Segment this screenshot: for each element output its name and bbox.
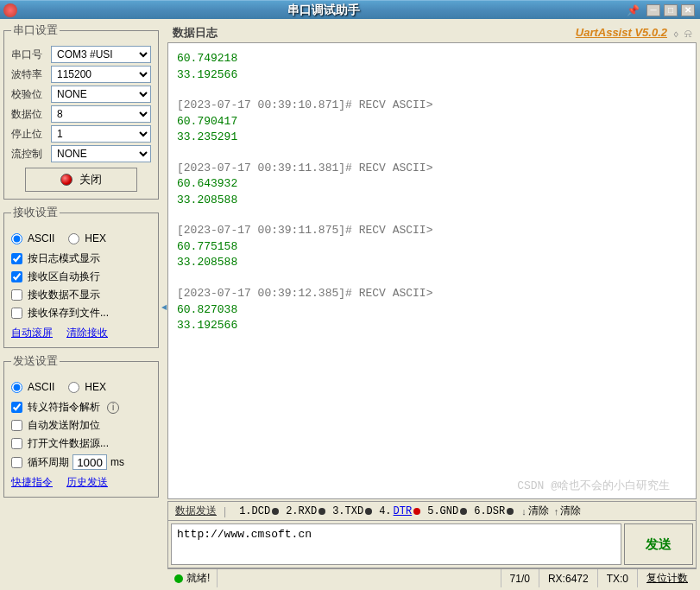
clear-recv-link[interactable]: 清除接收 <box>66 326 108 340</box>
log-timestamp: [2023-07-17 00:39:10.871]# RECV ASCII> <box>177 98 687 113</box>
parity-select[interactable]: NONE <box>51 86 151 103</box>
parity-label: 校验位 <box>11 87 47 102</box>
maximize-button[interactable]: □ <box>664 4 678 16</box>
log-value: 60.643932 <box>177 176 687 192</box>
signal-dot-icon <box>272 508 279 515</box>
brand-label[interactable]: UartAssist V5.0.2 <box>576 26 667 39</box>
send-button[interactable]: 发送 <box>624 523 693 565</box>
log-value: 33.208588 <box>177 193 687 208</box>
recv-hex-radio[interactable] <box>68 233 79 244</box>
baud-select[interactable]: 115200 <box>51 66 151 83</box>
diamond-icon[interactable]: ⬨ <box>672 26 679 40</box>
autoscroll-link[interactable]: 自动滚屏 <box>11 326 53 340</box>
history-link[interactable]: 历史发送 <box>66 475 108 490</box>
log-value: 33.192566 <box>177 318 687 333</box>
log-value: 33.235291 <box>177 130 687 145</box>
databits-label: 数据位 <box>11 107 47 122</box>
watermark: CSDN @啥也不会的小白研究生 <box>517 478 670 493</box>
log-timestamp: [2023-07-17 00:39:12.385]# RECV ASCII> <box>177 286 687 301</box>
minimize-button[interactable]: ─ <box>646 4 660 16</box>
log-timestamp: [2023-07-17 00:39:11.381]# RECV ASCII> <box>177 161 687 176</box>
log-output[interactable]: 60.74921833.192566[2023-07-17 00:39:10.8… <box>167 43 697 499</box>
flow-label: 流控制 <box>11 147 47 162</box>
log-timestamp: [2023-07-17 00:39:11.875]# RECV ASCII> <box>177 223 687 238</box>
connection-led-icon <box>60 174 73 186</box>
signal-rxd[interactable]: 2.RXD <box>286 505 325 517</box>
connect-button-label: 关闭 <box>79 172 102 187</box>
close-button[interactable]: ✕ <box>681 4 695 16</box>
titlebar: 串口调试助手 📌 ─ □ ✕ <box>0 0 700 19</box>
help-icon[interactable]: i <box>107 402 119 414</box>
shortcut-link[interactable]: 快捷指令 <box>11 475 53 490</box>
ready-label: 就绪! <box>186 571 210 586</box>
log-value: 60.790417 <box>177 114 687 130</box>
send-panel: 数据发送 | 1.DCD2.RXD3.TXD4.DTR5.GND6.DSR ↓清… <box>167 501 697 568</box>
clear-log-button[interactable]: ↑清除 <box>554 504 582 518</box>
serial-legend: 串口设置 <box>11 22 60 38</box>
clear-send-button[interactable]: ↓清除 <box>521 504 549 518</box>
signal-dot-icon <box>460 508 467 515</box>
stopbits-label: 停止位 <box>11 127 47 142</box>
send-input[interactable] <box>171 523 621 565</box>
app-title: 串口调试助手 <box>21 3 627 18</box>
send-hex-radio[interactable] <box>68 382 79 393</box>
signal-dot-icon <box>507 508 514 515</box>
log-title: 数据日志 <box>173 25 218 41</box>
log-header: 数据日志 UartAssist V5.0.2 ⬨ ⍾ <box>167 22 697 43</box>
send-loop-check[interactable] <box>11 457 22 468</box>
recv-hide-check[interactable] <box>11 289 22 301</box>
send-autoextra-check[interactable] <box>11 420 22 431</box>
status-tx: TX:0 <box>597 569 637 587</box>
port-label: 串口号 <box>11 48 47 62</box>
serial-settings-group: 串口设置 串口号COM3 #USI 波特率115200 校验位NONE 数据位8… <box>3 22 159 200</box>
status-counts: 71/0 <box>501 569 539 587</box>
signal-dtr[interactable]: 4.DTR <box>379 505 420 517</box>
pin-icon[interactable]: 📌 <box>627 4 640 16</box>
statusbar: 就绪! 71/0 RX:6472 TX:0 复位计数 <box>167 568 697 587</box>
signal-dot-icon <box>413 508 420 515</box>
recv-logmode-check[interactable] <box>11 253 22 264</box>
log-value: 60.827038 <box>177 302 687 318</box>
stopbits-select[interactable]: 1 <box>51 125 151 143</box>
signal-dot-icon <box>318 508 325 515</box>
baud-label: 波特率 <box>11 67 47 82</box>
send-ascii-radio[interactable] <box>11 382 22 393</box>
send-tab[interactable]: 数据发送 <box>172 504 220 518</box>
flow-select[interactable]: NONE <box>51 145 151 162</box>
status-rx: RX:6472 <box>539 569 597 587</box>
send-settings-group: 发送设置 ASCII HEX 转义符指令解析i 自动发送附加位 打开文件数据源.… <box>3 353 159 498</box>
recv-settings-group: 接收设置 ASCII HEX 按日志模式显示 接收区自动换行 接收数据不显示 接… <box>3 205 159 348</box>
recv-legend: 接收设置 <box>11 205 60 220</box>
recv-autowrap-check[interactable] <box>11 271 22 282</box>
send-escape-check[interactable] <box>11 402 22 413</box>
signal-txd[interactable]: 3.TXD <box>332 505 372 517</box>
signal-gnd[interactable]: 5.GND <box>427 505 467 517</box>
recv-save-check[interactable] <box>11 308 22 319</box>
signal-dcd[interactable]: 1.DCD <box>239 505 279 517</box>
send-legend: 发送设置 <box>11 353 60 369</box>
connect-button[interactable]: 关闭 <box>25 168 137 192</box>
log-value: 60.749218 <box>177 51 687 67</box>
sidebar: 串口设置 串口号COM3 #USI 波特率115200 校验位NONE 数据位8… <box>0 19 162 587</box>
send-openfile-check[interactable] <box>11 438 22 449</box>
app-icon <box>3 3 17 17</box>
bell-icon[interactable]: ⍾ <box>684 26 691 40</box>
arrow-down-icon: ↓ <box>521 506 527 517</box>
log-value: 33.192566 <box>177 67 687 83</box>
log-value: 33.208588 <box>177 255 687 270</box>
recv-ascii-radio[interactable] <box>11 233 22 244</box>
databits-select[interactable]: 8 <box>51 105 151 123</box>
signal-dsr[interactable]: 6.DSR <box>474 505 514 517</box>
log-value: 60.775158 <box>177 239 687 255</box>
port-select[interactable]: COM3 #USI <box>51 46 151 63</box>
reset-counter-button[interactable]: 复位计数 <box>637 569 697 587</box>
ready-led-icon <box>174 574 183 583</box>
arrow-up-icon: ↑ <box>554 506 559 517</box>
loop-period-input[interactable] <box>73 454 107 470</box>
signal-dot-icon <box>365 508 372 515</box>
